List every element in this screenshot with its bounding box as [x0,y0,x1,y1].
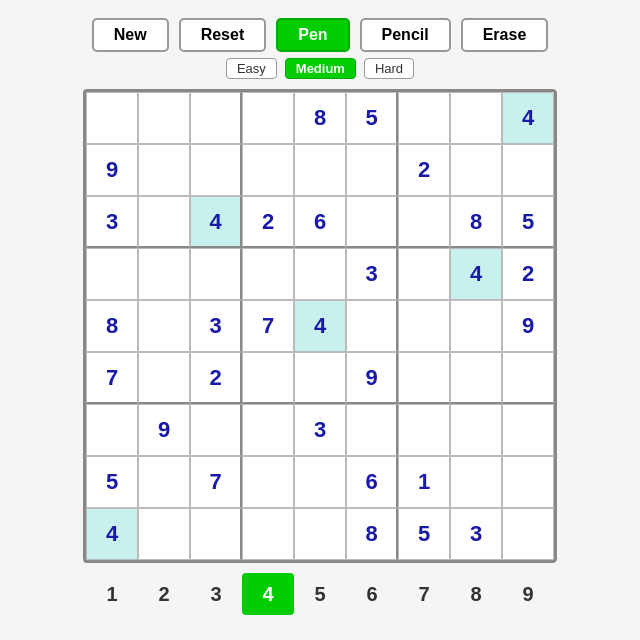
cell-r5-c4[interactable]: 7 [242,300,294,352]
cell-r3-c5[interactable]: 6 [294,196,346,248]
cell-r6-c9[interactable] [502,352,554,404]
cell-r4-c2[interactable] [138,248,190,300]
num-btn-2[interactable]: 2 [138,573,190,615]
cell-r1-c2[interactable] [138,92,190,144]
pen-button[interactable]: Pen [276,18,349,52]
difficulty-row: Easy Medium Hard [226,58,414,79]
cell-r8-c8[interactable] [450,456,502,508]
cell-r3-c7[interactable] [398,196,450,248]
cell-r8-c7[interactable]: 1 [398,456,450,508]
cell-r9-c8[interactable]: 3 [450,508,502,560]
cell-r1-c6[interactable]: 5 [346,92,398,144]
cell-r7-c6[interactable] [346,404,398,456]
cell-r9-c9[interactable] [502,508,554,560]
easy-button[interactable]: Easy [226,58,277,79]
num-btn-3[interactable]: 3 [190,573,242,615]
cell-r1-c4[interactable] [242,92,294,144]
cell-r2-c8[interactable] [450,144,502,196]
cell-r8-c9[interactable] [502,456,554,508]
cell-r5-c5[interactable]: 4 [294,300,346,352]
num-btn-5[interactable]: 5 [294,573,346,615]
new-button[interactable]: New [92,18,169,52]
num-btn-4[interactable]: 4 [242,573,294,615]
cell-r4-c6[interactable]: 3 [346,248,398,300]
cell-r7-c4[interactable] [242,404,294,456]
cell-r5-c6[interactable] [346,300,398,352]
cell-r2-c2[interactable] [138,144,190,196]
num-btn-6[interactable]: 6 [346,573,398,615]
cell-r6-c1[interactable]: 7 [86,352,138,404]
cell-r9-c1[interactable]: 4 [86,508,138,560]
cell-r2-c6[interactable] [346,144,398,196]
cell-r9-c5[interactable] [294,508,346,560]
cell-r7-c2[interactable]: 9 [138,404,190,456]
num-btn-7[interactable]: 7 [398,573,450,615]
cell-r5-c2[interactable] [138,300,190,352]
cell-r4-c8[interactable]: 4 [450,248,502,300]
erase-button[interactable]: Erase [461,18,549,52]
cell-r1-c1[interactable] [86,92,138,144]
cell-r2-c7[interactable]: 2 [398,144,450,196]
cell-r9-c4[interactable] [242,508,294,560]
cell-r9-c3[interactable] [190,508,242,560]
cell-r5-c7[interactable] [398,300,450,352]
cell-r8-c3[interactable]: 7 [190,456,242,508]
cell-r7-c1[interactable] [86,404,138,456]
cell-r5-c1[interactable]: 8 [86,300,138,352]
cell-r2-c9[interactable] [502,144,554,196]
cell-r2-c5[interactable] [294,144,346,196]
cell-r4-c4[interactable] [242,248,294,300]
num-btn-8[interactable]: 8 [450,573,502,615]
cell-r5-c9[interactable]: 9 [502,300,554,352]
cell-r2-c3[interactable] [190,144,242,196]
cell-r3-c9[interactable]: 5 [502,196,554,248]
cell-r8-c1[interactable]: 5 [86,456,138,508]
cell-r6-c2[interactable] [138,352,190,404]
cell-r3-c8[interactable]: 8 [450,196,502,248]
cell-r3-c2[interactable] [138,196,190,248]
cell-r8-c5[interactable] [294,456,346,508]
cell-r1-c3[interactable] [190,92,242,144]
cell-r7-c5[interactable]: 3 [294,404,346,456]
hard-button[interactable]: Hard [364,58,414,79]
cell-r5-c8[interactable] [450,300,502,352]
cell-r9-c6[interactable]: 8 [346,508,398,560]
cell-r3-c4[interactable]: 2 [242,196,294,248]
num-btn-9[interactable]: 9 [502,573,554,615]
cell-r4-c3[interactable] [190,248,242,300]
cell-r3-c1[interactable]: 3 [86,196,138,248]
cell-r6-c5[interactable] [294,352,346,404]
cell-r6-c3[interactable]: 2 [190,352,242,404]
cell-r5-c3[interactable]: 3 [190,300,242,352]
reset-button[interactable]: Reset [179,18,267,52]
cell-r1-c7[interactable] [398,92,450,144]
cell-r6-c4[interactable] [242,352,294,404]
pencil-button[interactable]: Pencil [360,18,451,52]
cell-r9-c7[interactable]: 5 [398,508,450,560]
cell-r3-c6[interactable] [346,196,398,248]
cell-r1-c9[interactable]: 4 [502,92,554,144]
cell-r1-c8[interactable] [450,92,502,144]
number-bar: 123456789 [86,573,554,615]
cell-r6-c7[interactable] [398,352,450,404]
cell-r1-c5[interactable]: 8 [294,92,346,144]
cell-r7-c8[interactable] [450,404,502,456]
cell-r2-c4[interactable] [242,144,294,196]
cell-r4-c7[interactable] [398,248,450,300]
cell-r8-c6[interactable]: 6 [346,456,398,508]
cell-r7-c7[interactable] [398,404,450,456]
cell-r8-c2[interactable] [138,456,190,508]
cell-r7-c3[interactable] [190,404,242,456]
cell-r4-c1[interactable] [86,248,138,300]
cell-r4-c9[interactable]: 2 [502,248,554,300]
cell-r7-c9[interactable] [502,404,554,456]
cell-r3-c3[interactable]: 4 [190,196,242,248]
cell-r2-c1[interactable]: 9 [86,144,138,196]
cell-r9-c2[interactable] [138,508,190,560]
medium-button[interactable]: Medium [285,58,356,79]
num-btn-1[interactable]: 1 [86,573,138,615]
cell-r8-c4[interactable] [242,456,294,508]
cell-r6-c8[interactable] [450,352,502,404]
cell-r4-c5[interactable] [294,248,346,300]
cell-r6-c6[interactable]: 9 [346,352,398,404]
